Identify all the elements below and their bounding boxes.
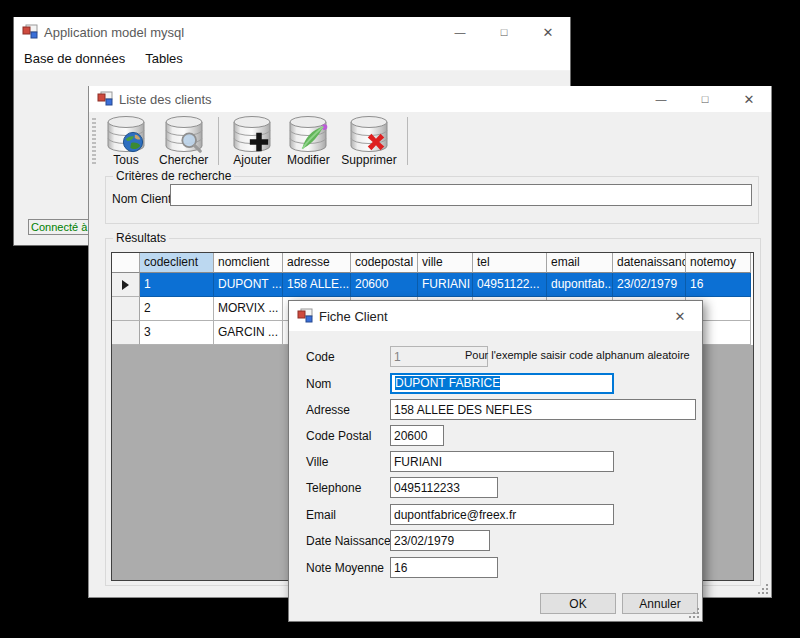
cell-nomclient[interactable]: GARCIN ... <box>214 321 283 345</box>
dialog-fiche-client: Fiche Client ✕ Code Pour l'exemple saisi… <box>288 300 703 622</box>
cell-email[interactable]: dupontfab... <box>547 273 613 297</box>
row-pointer-icon <box>122 280 129 290</box>
annuler-button[interactable]: Annuler <box>622 593 698 614</box>
app-titlebar[interactable]: Application model mysql — □ ✕ <box>14 17 570 47</box>
resize-grip-icon[interactable] <box>758 584 768 594</box>
list-window-title: Liste des clients <box>119 92 212 107</box>
minimize-icon[interactable]: — <box>639 86 683 112</box>
adresse-label: Adresse <box>306 400 350 420</box>
toolbar-separator <box>407 117 408 165</box>
note-moyenne-field[interactable] <box>390 557 498 578</box>
column-header-datenaissance[interactable]: datenaissance <box>613 253 686 273</box>
toolbar-grip-handle[interactable] <box>92 118 96 164</box>
code-postal-field[interactable] <box>390 425 444 446</box>
column-header-nomclient[interactable]: nomclient <box>214 253 283 273</box>
desktop: Application model mysql — □ ✕ Base de do… <box>0 0 800 638</box>
delete-x-icon <box>365 131 387 153</box>
adresse-field[interactable] <box>390 399 696 420</box>
criteres-group-title: Critères de recherche <box>113 169 234 183</box>
pen-icon <box>300 123 328 151</box>
plus-icon <box>248 131 270 153</box>
column-header-ville[interactable]: ville <box>418 253 473 273</box>
menu-item-tables[interactable]: Tables <box>135 47 193 70</box>
close-icon[interactable]: ✕ <box>526 17 570 47</box>
app-menubar: Base de données Tables <box>14 47 570 71</box>
cell-codeclient[interactable]: 3 <box>140 321 214 345</box>
status-connected-label: Connecté à <box>28 219 92 235</box>
modifier-label: Modifier <box>287 153 330 167</box>
cell-codepostal[interactable]: 20600 <box>351 273 418 297</box>
table-row[interactable]: 1 DUPONT ... 158 ALLE... 20600 FURIANI 0… <box>112 273 753 297</box>
code-postal-label: Code Postal <box>306 426 371 446</box>
ville-field[interactable] <box>390 451 614 472</box>
cell-datenaissance[interactable]: 23/02/1979 <box>613 273 686 297</box>
telephone-label: Telephone <box>306 478 361 498</box>
cell-tel[interactable]: 04951122... <box>473 273 547 297</box>
app-window-title: Application model mysql <box>44 25 184 40</box>
grid-header-row: codeclient nomclient adresse codepostal … <box>112 253 753 273</box>
dialog-titlebar[interactable]: Fiche Client ✕ <box>289 301 702 331</box>
cell-nomclient[interactable]: MORVIX ... <box>214 297 283 321</box>
winforms-app-icon <box>22 24 38 40</box>
supprimer-label: Supprimer <box>341 153 396 167</box>
nom-label: Nom <box>306 374 331 394</box>
column-header-email[interactable]: email <box>547 253 613 273</box>
note-moyenne-label: Note Moyenne <box>306 558 384 578</box>
cell-codeclient[interactable]: 1 <box>140 273 214 297</box>
email-field[interactable] <box>390 504 614 525</box>
current-row-pointer[interactable] <box>112 273 140 297</box>
chercher-label: Chercher <box>159 153 208 167</box>
column-header-tel[interactable]: tel <box>473 253 547 273</box>
winforms-form-icon <box>297 308 313 324</box>
supprimer-button[interactable]: Supprimer <box>336 114 401 168</box>
groupbox-criteres-recherche: Critères de recherche Nom Client <box>105 176 759 224</box>
chercher-button[interactable]: Chercher <box>154 114 213 168</box>
resize-grip-icon[interactable] <box>689 608 699 618</box>
winforms-form-icon <box>97 91 113 107</box>
globe-icon <box>122 131 144 153</box>
nom-client-label: Nom Client <box>112 192 171 206</box>
resultats-group-title: Résultats <box>113 231 169 245</box>
search-icon <box>180 131 202 153</box>
ville-label: Ville <box>306 452 328 472</box>
modifier-button[interactable]: Modifier <box>280 114 336 168</box>
row-selector[interactable] <box>112 297 140 321</box>
ajouter-label: Ajouter <box>233 153 271 167</box>
list-titlebar[interactable]: Liste des clients — □ ✕ <box>89 86 771 112</box>
tous-label: Tous <box>113 153 138 167</box>
cell-notemoy[interactable]: 16 <box>686 273 751 297</box>
code-hint-text: Pour l'exemple saisir code alphanum alea… <box>465 349 690 361</box>
code-label: Code <box>306 347 335 367</box>
row-selector-header[interactable] <box>112 253 140 273</box>
column-header-adresse[interactable]: adresse <box>283 253 351 273</box>
ajouter-button[interactable]: Ajouter <box>224 114 280 168</box>
dialog-title: Fiche Client <box>319 309 388 324</box>
date-naissance-field[interactable] <box>390 530 490 551</box>
close-icon[interactable]: ✕ <box>658 301 702 331</box>
cell-nomclient[interactable]: DUPONT ... <box>214 273 283 297</box>
date-naissance-label: Date Naissance <box>306 531 391 551</box>
tous-button[interactable]: Tous <box>98 114 154 168</box>
row-selector[interactable] <box>112 321 140 345</box>
close-icon[interactable]: ✕ <box>727 86 771 112</box>
column-header-notemoy[interactable]: notemoy <box>686 253 751 273</box>
nom-client-input[interactable] <box>170 184 752 206</box>
menu-item-base-de-donnees[interactable]: Base de données <box>14 47 135 70</box>
email-label: Email <box>306 505 336 525</box>
maximize-icon[interactable]: □ <box>683 86 727 112</box>
maximize-icon[interactable]: □ <box>482 17 526 47</box>
column-header-codeclient[interactable]: codeclient <box>140 253 214 273</box>
cell-adresse[interactable]: 158 ALLE... <box>283 273 351 297</box>
selected-text: DUPONT FABRICE <box>395 376 500 390</box>
column-header-codepostal[interactable]: codepostal <box>351 253 418 273</box>
nom-field[interactable]: DUPONT FABRICE <box>390 373 614 394</box>
cell-ville[interactable]: FURIANI <box>418 273 473 297</box>
cell-codeclient[interactable]: 2 <box>140 297 214 321</box>
ok-button[interactable]: OK <box>540 593 616 614</box>
telephone-field[interactable] <box>390 477 498 498</box>
clients-toolbar: Tous Chercher <box>89 112 771 170</box>
toolbar-separator <box>218 117 219 165</box>
minimize-icon[interactable]: — <box>438 17 482 47</box>
